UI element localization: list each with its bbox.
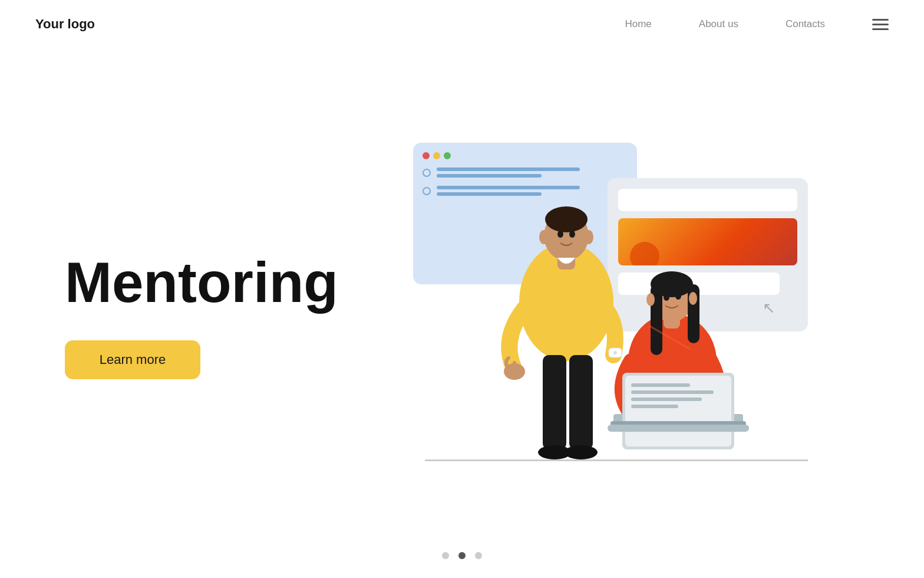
dot-green <box>444 152 451 159</box>
dot-red <box>423 152 430 159</box>
browser-dots <box>423 152 628 159</box>
people-illustration <box>443 166 773 461</box>
hamburger-line-2 <box>872 24 889 25</box>
list-circle-1 <box>423 169 431 177</box>
svg-point-23 <box>646 293 655 306</box>
svg-rect-9 <box>543 355 566 449</box>
svg-rect-32 <box>631 398 702 401</box>
hamburger-menu[interactable] <box>872 19 889 30</box>
svg-point-5 <box>569 231 575 238</box>
svg-point-22 <box>675 293 681 300</box>
nav-home[interactable]: Home <box>625 18 651 30</box>
svg-point-14 <box>613 351 617 354</box>
nav-about[interactable]: About us <box>699 18 738 30</box>
svg-point-4 <box>557 231 563 238</box>
nav-contacts[interactable]: Contacts <box>786 18 825 30</box>
dot-yellow <box>433 152 440 159</box>
hamburger-line-1 <box>872 19 889 21</box>
svg-point-6 <box>539 230 549 244</box>
cursor-icon: ↖ <box>763 299 776 317</box>
pagination <box>442 552 482 559</box>
logo: Your logo <box>35 17 95 32</box>
hero-title: Mentoring <box>65 254 338 311</box>
hamburger-line-3 <box>872 28 889 30</box>
svg-rect-35 <box>608 425 749 432</box>
pagination-dot-3[interactable] <box>475 552 482 559</box>
svg-point-24 <box>689 292 697 305</box>
svg-rect-10 <box>569 355 593 449</box>
pagination-dot-2[interactable] <box>458 552 466 559</box>
svg-point-3 <box>545 206 588 232</box>
svg-point-12 <box>565 445 598 459</box>
svg-rect-31 <box>631 390 714 394</box>
svg-point-7 <box>584 230 593 244</box>
pagination-dot-1[interactable] <box>442 552 449 559</box>
hero-left: Mentoring Learn more <box>65 254 338 379</box>
list-circle-2 <box>423 187 431 195</box>
illustration-container: ↖ <box>395 125 820 508</box>
svg-point-21 <box>664 294 669 301</box>
learn-more-button[interactable]: Learn more <box>65 340 200 379</box>
hero-section: Mentoring Learn more <box>0 48 924 561</box>
navbar: Your logo Home About us Contacts <box>0 0 924 48</box>
svg-rect-33 <box>631 405 678 408</box>
nav-links: Home About us Contacts <box>625 18 889 30</box>
svg-rect-30 <box>631 383 690 387</box>
hero-illustration: ↖ <box>338 110 877 523</box>
